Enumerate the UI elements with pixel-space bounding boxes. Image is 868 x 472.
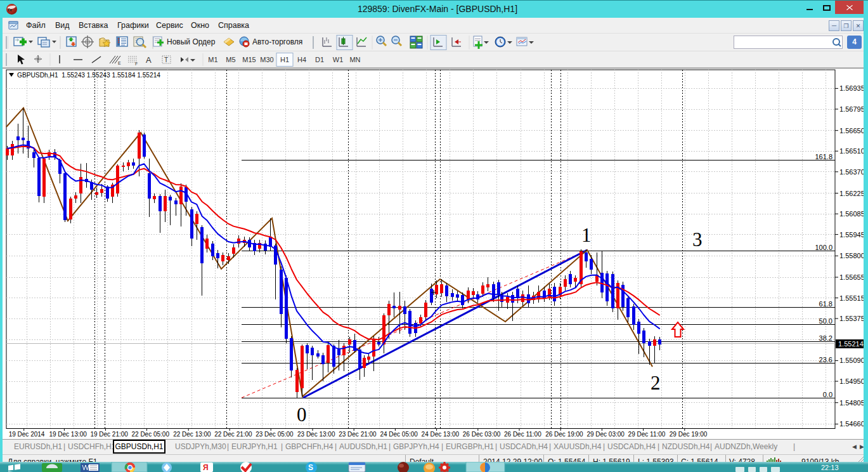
svg-text:26 Dec 03:00: 26 Dec 03:00	[463, 431, 501, 438]
svg-text:Новый Ордер: Новый Ордер	[167, 37, 216, 46]
svg-text:19 Dec 13:00: 19 Dec 13:00	[49, 431, 87, 438]
svg-text:24 Dec 05:00: 24 Dec 05:00	[380, 431, 418, 438]
svg-text:H1: H1	[280, 56, 289, 63]
svg-text:T: T	[164, 56, 168, 63]
svg-text:22 Dec 21:00: 22 Dec 21:00	[214, 431, 252, 438]
svg-text:1.56225: 1.56225	[839, 190, 865, 197]
svg-text:M1: M1	[208, 56, 217, 63]
svg-text:1.55800: 1.55800	[839, 252, 865, 259]
svg-text:D1: D1	[315, 56, 324, 63]
svg-text:1.54805: 1.54805	[839, 399, 865, 407]
svg-text:Я: Я	[203, 463, 209, 472]
svg-text:29 Dec 19:00: 29 Dec 19:00	[670, 431, 708, 438]
svg-text:GBPUSDh,H1 1.55243 1.55243 1.: GBPUSDh,H1 1.55243 1.55243 1.55184 1.552…	[17, 72, 160, 79]
svg-text:1: 1	[581, 224, 592, 246]
svg-text:1.56510: 1.56510	[839, 147, 865, 155]
svg-text:1.56935: 1.56935	[839, 84, 865, 92]
svg-text:29 Dec 11:00: 29 Dec 11:00	[628, 431, 666, 438]
svg-text:24 Dec 13:00: 24 Dec 13:00	[422, 431, 460, 438]
svg-text:Авто-торговля: Авто-торговля	[252, 37, 302, 46]
svg-text:M5: M5	[226, 56, 235, 63]
svg-text:1.56795: 1.56795	[839, 105, 865, 113]
svg-text:23 Dec 05:00: 23 Dec 05:00	[256, 431, 294, 438]
svg-text:1.56370: 1.56370	[839, 168, 865, 176]
svg-text:22 Dec 13:00: 22 Dec 13:00	[173, 431, 211, 438]
svg-text:M15: M15	[242, 56, 256, 63]
svg-text:1.56085: 1.56085	[839, 210, 865, 218]
svg-text:23 Dec 21:00: 23 Dec 21:00	[339, 431, 377, 438]
svg-text:161.8: 161.8	[815, 153, 832, 161]
svg-text:0: 0	[297, 403, 307, 426]
svg-text:MN: MN	[349, 56, 360, 63]
svg-text:19 Dec 2014: 19 Dec 2014	[9, 431, 45, 438]
svg-text:1.55655: 1.55655	[839, 273, 865, 281]
svg-text:F: F	[135, 62, 138, 66]
svg-text:1.54660: 1.54660	[839, 420, 865, 428]
svg-text:S: S	[308, 463, 313, 472]
svg-text:W1: W1	[333, 56, 344, 63]
svg-text:100.0: 100.0	[815, 244, 832, 251]
svg-text:1.54950: 1.54950	[839, 377, 865, 385]
svg-text:1.56650: 1.56650	[839, 127, 865, 134]
svg-text:1.55945: 1.55945	[839, 231, 865, 239]
svg-text:22:13: 22:13	[821, 464, 839, 471]
svg-text:1.55375: 1.55375	[839, 315, 865, 322]
svg-text:29 Dec 03:00: 29 Dec 03:00	[586, 431, 625, 438]
svg-text:23 Dec 13:00: 23 Dec 13:00	[297, 431, 335, 438]
svg-text:38.2: 38.2	[819, 334, 832, 342]
svg-text:1.55214: 1.55214	[838, 340, 864, 348]
svg-text:26 Dec 11:00: 26 Dec 11:00	[504, 431, 541, 438]
svg-text:H4: H4	[297, 56, 306, 63]
svg-text:3: 3	[692, 228, 703, 251]
svg-text:M30: M30	[260, 56, 273, 63]
svg-text:1.55090: 1.55090	[839, 357, 865, 364]
svg-text:23.6: 23.6	[819, 356, 832, 364]
svg-text:2: 2	[651, 372, 661, 394]
svg-text:19 Dec 21:00: 19 Dec 21:00	[90, 431, 128, 438]
svg-text:0.0: 0.0	[823, 391, 832, 398]
svg-text:61.8: 61.8	[819, 300, 832, 308]
svg-text:50.0: 50.0	[819, 317, 832, 325]
svg-text:1.55515: 1.55515	[839, 294, 865, 302]
svg-text:E: E	[118, 61, 121, 65]
svg-text:A: A	[146, 55, 152, 65]
svg-text:26 Dec 19:00: 26 Dec 19:00	[545, 431, 583, 438]
svg-text:22 Dec 05:00: 22 Dec 05:00	[132, 431, 170, 438]
